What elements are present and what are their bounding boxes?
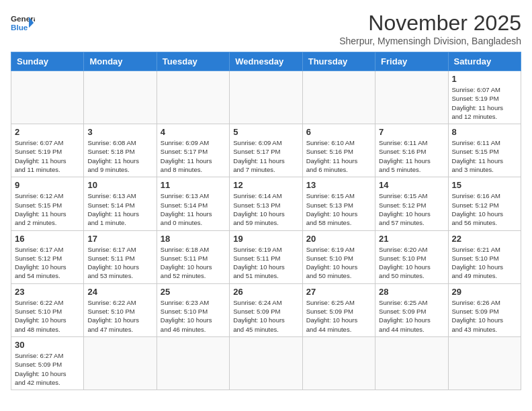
day-info: Sunrise: 6:19 AM Sunset: 5:10 PM Dayligh… <box>306 245 371 281</box>
day-number: 18 <box>161 234 226 244</box>
day-number: 14 <box>379 180 444 190</box>
day-number: 10 <box>87 180 152 190</box>
day-number: 2 <box>15 127 80 137</box>
calendar-header: SundayMondayTuesdayWednesdayThursdayFrid… <box>11 52 521 71</box>
weekday-header-monday: Monday <box>84 52 157 71</box>
calendar-cell: 9Sunrise: 6:12 AM Sunset: 5:15 PM Daylig… <box>11 177 84 230</box>
day-info: Sunrise: 6:10 AM Sunset: 5:16 PM Dayligh… <box>306 138 371 174</box>
calendar-cell: 16Sunrise: 6:17 AM Sunset: 5:12 PM Dayli… <box>11 230 84 283</box>
day-info: Sunrise: 6:08 AM Sunset: 5:18 PM Dayligh… <box>87 138 152 174</box>
calendar-cell: 25Sunrise: 6:23 AM Sunset: 5:10 PM Dayli… <box>157 283 229 336</box>
calendar-cell: 22Sunrise: 6:21 AM Sunset: 5:10 PM Dayli… <box>448 230 521 283</box>
calendar-cell: 14Sunrise: 6:15 AM Sunset: 5:12 PM Dayli… <box>375 177 448 230</box>
calendar-cell <box>375 336 448 390</box>
day-number: 22 <box>452 234 517 244</box>
weekday-header-saturday: Saturday <box>448 52 521 71</box>
calendar-cell: 21Sunrise: 6:20 AM Sunset: 5:10 PM Dayli… <box>375 230 448 283</box>
calendar-cell: 13Sunrise: 6:15 AM Sunset: 5:13 PM Dayli… <box>302 177 375 230</box>
calendar-cell <box>302 71 375 124</box>
day-info: Sunrise: 6:15 AM Sunset: 5:13 PM Dayligh… <box>306 191 371 227</box>
day-number: 27 <box>306 287 371 297</box>
weekday-header-thursday: Thursday <box>302 52 375 71</box>
calendar-cell: 6Sunrise: 6:10 AM Sunset: 5:16 PM Daylig… <box>302 124 375 177</box>
day-info: Sunrise: 6:07 AM Sunset: 5:19 PM Dayligh… <box>452 85 517 121</box>
day-info: Sunrise: 6:16 AM Sunset: 5:12 PM Dayligh… <box>452 191 517 227</box>
day-number: 24 <box>87 287 152 297</box>
day-info: Sunrise: 6:13 AM Sunset: 5:14 PM Dayligh… <box>87 191 152 227</box>
calendar-cell: 7Sunrise: 6:11 AM Sunset: 5:16 PM Daylig… <box>375 124 448 177</box>
calendar-week-row: 1Sunrise: 6:07 AM Sunset: 5:19 PM Daylig… <box>11 71 521 124</box>
weekday-header-friday: Friday <box>375 52 448 71</box>
day-info: Sunrise: 6:27 AM Sunset: 5:09 PM Dayligh… <box>15 351 80 387</box>
day-info: Sunrise: 6:07 AM Sunset: 5:19 PM Dayligh… <box>15 138 80 174</box>
day-info: Sunrise: 6:22 AM Sunset: 5:10 PM Dayligh… <box>15 298 80 334</box>
day-number: 19 <box>233 234 298 244</box>
calendar-cell: 2Sunrise: 6:07 AM Sunset: 5:19 PM Daylig… <box>11 124 84 177</box>
calendar-cell <box>230 336 302 390</box>
svg-text:Blue: Blue <box>11 23 28 32</box>
day-info: Sunrise: 6:25 AM Sunset: 5:09 PM Dayligh… <box>306 298 371 334</box>
calendar-cell <box>84 336 157 390</box>
calendar-cell: 5Sunrise: 6:09 AM Sunset: 5:17 PM Daylig… <box>230 124 302 177</box>
weekday-header-tuesday: Tuesday <box>157 52 229 71</box>
page-header: General Blue November 2025 Sherpur, Myme… <box>11 11 521 46</box>
calendar-cell: 1Sunrise: 6:07 AM Sunset: 5:19 PM Daylig… <box>448 71 521 124</box>
weekday-header-row: SundayMondayTuesdayWednesdayThursdayFrid… <box>11 52 521 71</box>
calendar-cell: 29Sunrise: 6:26 AM Sunset: 5:09 PM Dayli… <box>448 283 521 336</box>
calendar-table: SundayMondayTuesdayWednesdayThursdayFrid… <box>11 52 521 390</box>
logo: General Blue <box>11 11 35 35</box>
calendar-cell: 23Sunrise: 6:22 AM Sunset: 5:10 PM Dayli… <box>11 283 84 336</box>
day-number: 8 <box>452 127 517 137</box>
day-number: 1 <box>452 74 517 84</box>
calendar-cell: 26Sunrise: 6:24 AM Sunset: 5:09 PM Dayli… <box>230 283 302 336</box>
day-number: 21 <box>379 234 444 244</box>
day-number: 26 <box>233 287 298 297</box>
weekday-header-wednesday: Wednesday <box>230 52 302 71</box>
day-number: 20 <box>306 234 371 244</box>
day-number: 6 <box>306 127 371 137</box>
day-number: 25 <box>161 287 226 297</box>
day-info: Sunrise: 6:14 AM Sunset: 5:13 PM Dayligh… <box>233 191 298 227</box>
calendar-cell: 19Sunrise: 6:19 AM Sunset: 5:11 PM Dayli… <box>230 230 302 283</box>
day-info: Sunrise: 6:20 AM Sunset: 5:10 PM Dayligh… <box>379 245 444 281</box>
calendar-cell: 30Sunrise: 6:27 AM Sunset: 5:09 PM Dayli… <box>11 336 84 390</box>
day-info: Sunrise: 6:21 AM Sunset: 5:10 PM Dayligh… <box>452 245 517 281</box>
day-number: 17 <box>87 234 152 244</box>
day-info: Sunrise: 6:22 AM Sunset: 5:10 PM Dayligh… <box>87 298 152 334</box>
day-info: Sunrise: 6:18 AM Sunset: 5:11 PM Dayligh… <box>161 245 226 281</box>
calendar-cell: 12Sunrise: 6:14 AM Sunset: 5:13 PM Dayli… <box>230 177 302 230</box>
calendar-cell <box>157 71 229 124</box>
calendar-cell: 27Sunrise: 6:25 AM Sunset: 5:09 PM Dayli… <box>302 283 375 336</box>
day-number: 3 <box>87 127 152 137</box>
day-info: Sunrise: 6:23 AM Sunset: 5:10 PM Dayligh… <box>161 298 226 334</box>
calendar-cell: 4Sunrise: 6:09 AM Sunset: 5:17 PM Daylig… <box>157 124 229 177</box>
calendar-week-row: 16Sunrise: 6:17 AM Sunset: 5:12 PM Dayli… <box>11 230 521 283</box>
calendar-cell: 10Sunrise: 6:13 AM Sunset: 5:14 PM Dayli… <box>84 177 157 230</box>
calendar-body: 1Sunrise: 6:07 AM Sunset: 5:19 PM Daylig… <box>11 71 521 390</box>
calendar-cell <box>448 336 521 390</box>
calendar-cell <box>230 71 302 124</box>
day-number: 5 <box>233 127 298 137</box>
day-info: Sunrise: 6:12 AM Sunset: 5:15 PM Dayligh… <box>15 191 80 227</box>
calendar-cell: 3Sunrise: 6:08 AM Sunset: 5:18 PM Daylig… <box>84 124 157 177</box>
calendar-cell <box>302 336 375 390</box>
day-number: 30 <box>15 340 80 350</box>
day-info: Sunrise: 6:15 AM Sunset: 5:12 PM Dayligh… <box>379 191 444 227</box>
calendar-cell: 28Sunrise: 6:25 AM Sunset: 5:09 PM Dayli… <box>375 283 448 336</box>
day-number: 4 <box>161 127 226 137</box>
weekday-header-sunday: Sunday <box>11 52 84 71</box>
calendar-cell <box>84 71 157 124</box>
day-number: 23 <box>15 287 80 297</box>
calendar-cell: 18Sunrise: 6:18 AM Sunset: 5:11 PM Dayli… <box>157 230 229 283</box>
calendar-week-row: 30Sunrise: 6:27 AM Sunset: 5:09 PM Dayli… <box>11 336 521 390</box>
calendar-cell: 15Sunrise: 6:16 AM Sunset: 5:12 PM Dayli… <box>448 177 521 230</box>
calendar-week-row: 23Sunrise: 6:22 AM Sunset: 5:10 PM Dayli… <box>11 283 521 336</box>
calendar-cell: 17Sunrise: 6:17 AM Sunset: 5:11 PM Dayli… <box>84 230 157 283</box>
day-number: 13 <box>306 180 371 190</box>
calendar-cell: 24Sunrise: 6:22 AM Sunset: 5:10 PM Dayli… <box>84 283 157 336</box>
calendar-cell <box>11 71 84 124</box>
day-info: Sunrise: 6:17 AM Sunset: 5:11 PM Dayligh… <box>87 245 152 281</box>
calendar-cell: 8Sunrise: 6:11 AM Sunset: 5:15 PM Daylig… <box>448 124 521 177</box>
day-number: 9 <box>15 180 80 190</box>
calendar-week-row: 9Sunrise: 6:12 AM Sunset: 5:15 PM Daylig… <box>11 177 521 230</box>
